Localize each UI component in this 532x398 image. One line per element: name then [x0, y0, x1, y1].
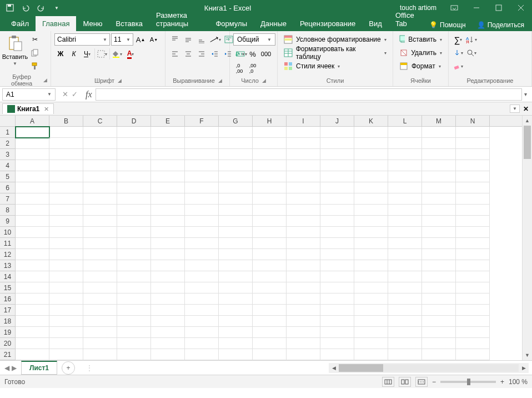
cell[interactable] — [219, 149, 253, 160]
align-right-button[interactable] — [195, 48, 208, 60]
cell[interactable] — [49, 316, 83, 327]
zoom-out-button[interactable]: − — [432, 378, 436, 386]
cell[interactable] — [287, 238, 320, 249]
cell[interactable] — [354, 205, 388, 216]
cell[interactable] — [456, 349, 490, 360]
cell[interactable] — [83, 349, 117, 360]
cell[interactable] — [16, 227, 49, 238]
cell[interactable] — [83, 338, 117, 349]
scroll-left-icon[interactable]: ◀ — [329, 365, 339, 371]
cell[interactable] — [354, 193, 388, 205]
cell[interactable] — [16, 327, 49, 338]
cell[interactable] — [117, 138, 151, 149]
column-header[interactable]: E — [151, 116, 185, 126]
cell[interactable] — [422, 249, 456, 260]
row-header[interactable]: 3 — [0, 149, 15, 160]
cell[interactable] — [388, 293, 422, 305]
cell[interactable] — [320, 327, 354, 338]
cell[interactable] — [354, 216, 388, 227]
cell[interactable] — [83, 305, 117, 316]
cell[interactable] — [388, 127, 422, 138]
cell[interactable] — [117, 216, 151, 227]
cell[interactable] — [219, 193, 253, 205]
cell[interactable] — [456, 160, 490, 171]
cell[interactable] — [320, 127, 354, 138]
tab-page-layout[interactable]: Разметка страницы — [149, 8, 209, 31]
cell[interactable] — [253, 182, 287, 193]
cell[interactable] — [49, 138, 83, 149]
cell[interactable] — [422, 327, 456, 338]
cell[interactable] — [117, 238, 151, 249]
cell[interactable] — [49, 260, 83, 271]
cell[interactable] — [422, 271, 456, 282]
cell[interactable] — [49, 327, 83, 338]
cell[interactable] — [219, 349, 253, 360]
align-left-button[interactable] — [169, 48, 181, 60]
number-format-select[interactable]: Общий▼ — [233, 33, 275, 46]
cell[interactable] — [253, 138, 287, 149]
page-break-view-button[interactable] — [415, 377, 428, 387]
cell[interactable] — [219, 305, 253, 316]
cell[interactable] — [354, 260, 388, 271]
cell[interactable] — [287, 271, 320, 282]
cell[interactable] — [83, 127, 117, 138]
cell[interactable] — [253, 305, 287, 316]
cell[interactable] — [83, 205, 117, 216]
cell[interactable] — [117, 282, 151, 293]
cell[interactable] — [219, 238, 253, 249]
cell[interactable] — [16, 271, 49, 282]
cell[interactable] — [83, 271, 117, 282]
cell[interactable] — [185, 249, 219, 260]
cell[interactable] — [185, 271, 219, 282]
cell[interactable] — [287, 249, 320, 260]
cell[interactable] — [49, 338, 83, 349]
cell[interactable] — [456, 271, 490, 282]
cell[interactable] — [16, 138, 49, 149]
cell[interactable] — [16, 171, 49, 182]
cell[interactable] — [422, 127, 456, 138]
column-header[interactable]: K — [354, 116, 388, 126]
cut-button[interactable]: ✂ — [29, 33, 41, 46]
cell[interactable] — [354, 327, 388, 338]
cell[interactable] — [16, 205, 49, 216]
row-header[interactable]: 11 — [0, 238, 15, 249]
cell[interactable] — [49, 127, 83, 138]
row-header[interactable]: 14 — [0, 271, 15, 282]
column-header[interactable]: N — [456, 116, 490, 126]
cell[interactable] — [253, 127, 287, 138]
cell[interactable] — [320, 205, 354, 216]
cell[interactable] — [253, 316, 287, 327]
tab-view[interactable]: Вид — [362, 16, 389, 31]
cell[interactable] — [185, 327, 219, 338]
cell[interactable] — [83, 238, 117, 249]
cell[interactable] — [320, 193, 354, 205]
cell[interactable] — [388, 349, 422, 360]
cell[interactable] — [320, 149, 354, 160]
cell[interactable] — [117, 316, 151, 327]
row-header[interactable]: 16 — [0, 293, 15, 305]
tab-review[interactable]: Рецензирование — [293, 16, 362, 31]
font-name-select[interactable]: Calibri▼ — [54, 33, 110, 46]
cell[interactable] — [354, 349, 388, 360]
cell[interactable] — [219, 138, 253, 149]
comma-format-button[interactable]: 000 — [260, 48, 272, 60]
cell[interactable] — [117, 260, 151, 271]
cell[interactable] — [287, 182, 320, 193]
row-header[interactable]: 10 — [0, 227, 15, 238]
maximize-button[interactable] — [488, 0, 510, 16]
cell[interactable] — [287, 205, 320, 216]
cell[interactable] — [185, 349, 219, 360]
column-header[interactable]: M — [422, 116, 456, 126]
cell[interactable] — [456, 193, 490, 205]
dialog-launcher-icon[interactable]: ◢ — [118, 78, 122, 83]
cell[interactable] — [83, 149, 117, 160]
cell[interactable] — [320, 238, 354, 249]
underline-button[interactable]: Ч▾ — [81, 48, 93, 60]
cell[interactable] — [117, 271, 151, 282]
select-all-button[interactable] — [0, 116, 16, 127]
sheet-nav-next[interactable]: ▶ — [12, 364, 17, 372]
cell[interactable] — [320, 171, 354, 182]
cell[interactable] — [456, 327, 490, 338]
fill-button[interactable]: ▾ — [452, 47, 464, 59]
cell[interactable] — [151, 160, 185, 171]
